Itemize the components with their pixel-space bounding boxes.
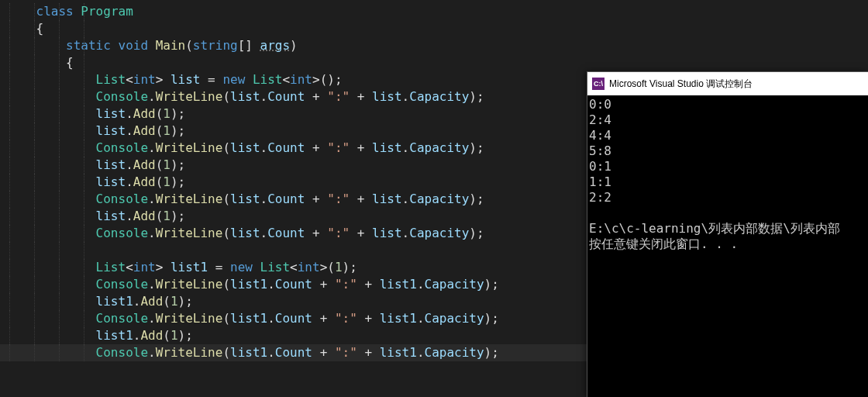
vs-icon: C:\ xyxy=(592,78,604,90)
code-line[interactable]: { xyxy=(0,20,868,37)
console-title: Microsoft Visual Studio 调试控制台 xyxy=(609,78,753,91)
console-titlebar[interactable]: C:\ Microsoft Visual Studio 调试控制台 xyxy=(587,72,868,95)
code-line[interactable]: static void Main(string[] args) xyxy=(0,37,868,54)
console-output[interactable]: 0:0 2:4 4:4 5:8 0:1 1:1 2:2 E:\c\c-learn… xyxy=(587,95,868,254)
code-line[interactable]: class Program xyxy=(0,3,868,20)
code-line[interactable]: { xyxy=(0,54,868,71)
debug-console-window: C:\ Microsoft Visual Studio 调试控制台 0:0 2:… xyxy=(587,71,868,397)
